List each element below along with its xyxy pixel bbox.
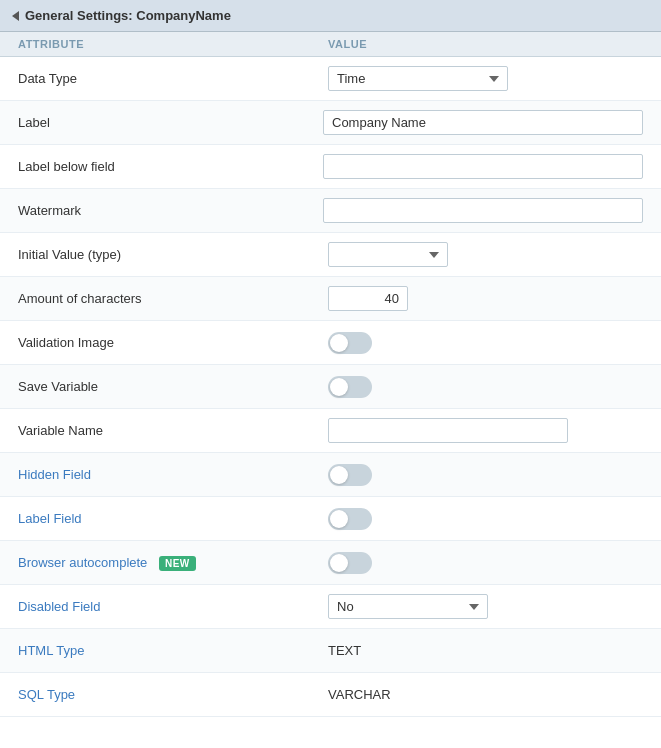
row-data-type: Data Type Time Text Number Date Boolean xyxy=(0,57,661,101)
val-validation-image xyxy=(328,332,643,354)
label-disabled-field: Disabled Field xyxy=(18,599,328,614)
label-hidden-field: Hidden Field xyxy=(18,467,328,482)
row-amount-characters: Amount of characters xyxy=(0,277,661,321)
disabled-field-select[interactable]: No Yes xyxy=(328,594,488,619)
label-label: Label xyxy=(18,115,323,130)
val-sql-type: VARCHAR xyxy=(328,687,643,702)
label-watermark: Watermark xyxy=(18,203,323,218)
row-html-type: HTML Type TEXT xyxy=(0,629,661,673)
sql-type-value: VARCHAR xyxy=(328,687,391,702)
html-type-value: TEXT xyxy=(328,643,361,658)
save-variable-track xyxy=(328,376,372,398)
val-html-type: TEXT xyxy=(328,643,643,658)
val-amount-characters xyxy=(328,286,643,311)
value-col-header: VALUE xyxy=(328,38,643,50)
collapse-triangle-icon xyxy=(12,11,19,21)
data-type-select[interactable]: Time Text Number Date Boolean xyxy=(328,66,508,91)
val-watermark xyxy=(323,198,643,223)
label-input[interactable] xyxy=(323,110,643,135)
row-initial-value: Initial Value (type) Static Dynamic xyxy=(0,233,661,277)
amount-characters-input[interactable] xyxy=(328,286,408,311)
row-label: Label xyxy=(0,101,661,145)
panel: General Settings: CompanyName ATTRIBUTE … xyxy=(0,0,661,717)
label-save-variable: Save Variable xyxy=(18,379,328,394)
column-headers: ATTRIBUTE VALUE xyxy=(0,32,661,57)
validation-image-toggle[interactable] xyxy=(328,332,372,354)
panel-title: General Settings: CompanyName xyxy=(25,8,231,23)
val-data-type: Time Text Number Date Boolean xyxy=(328,66,643,91)
val-label-field xyxy=(328,508,643,530)
label-label-below-field: Label below field xyxy=(18,159,323,174)
hidden-field-track xyxy=(328,464,372,486)
row-label-field: Label Field xyxy=(0,497,661,541)
val-label-below-field xyxy=(323,154,643,179)
val-disabled-field: No Yes xyxy=(328,594,643,619)
save-variable-toggle[interactable] xyxy=(328,376,372,398)
val-label xyxy=(323,110,643,135)
row-sql-type: SQL Type VARCHAR xyxy=(0,673,661,717)
row-save-variable: Save Variable xyxy=(0,365,661,409)
initial-value-select[interactable]: Static Dynamic xyxy=(328,242,448,267)
val-variable-name xyxy=(328,418,643,443)
row-hidden-field: Hidden Field xyxy=(0,453,661,497)
hidden-field-toggle[interactable] xyxy=(328,464,372,486)
watermark-input[interactable] xyxy=(323,198,643,223)
settings-rows: Data Type Time Text Number Date Boolean … xyxy=(0,57,661,717)
label-validation-image: Validation Image xyxy=(18,335,328,350)
label-browser-autocomplete: Browser autocomplete NEW xyxy=(18,555,328,570)
label-field-toggle[interactable] xyxy=(328,508,372,530)
val-save-variable xyxy=(328,376,643,398)
label-field-track xyxy=(328,508,372,530)
label-html-type: HTML Type xyxy=(18,643,328,658)
row-browser-autocomplete: Browser autocomplete NEW xyxy=(0,541,661,585)
browser-autocomplete-track xyxy=(328,552,372,574)
label-initial-value: Initial Value (type) xyxy=(18,247,328,262)
row-disabled-field: Disabled Field No Yes xyxy=(0,585,661,629)
label-below-field-input[interactable] xyxy=(323,154,643,179)
label-sql-type: SQL Type xyxy=(18,687,328,702)
new-badge: NEW xyxy=(159,556,196,571)
attribute-col-header: ATTRIBUTE xyxy=(18,38,328,50)
val-hidden-field xyxy=(328,464,643,486)
variable-name-input[interactable] xyxy=(328,418,568,443)
label-data-type: Data Type xyxy=(18,71,328,86)
validation-image-track xyxy=(328,332,372,354)
row-variable-name: Variable Name xyxy=(0,409,661,453)
val-initial-value: Static Dynamic xyxy=(328,242,643,267)
row-validation-image: Validation Image xyxy=(0,321,661,365)
row-label-below-field: Label below field xyxy=(0,145,661,189)
label-label-field: Label Field xyxy=(18,511,328,526)
panel-header: General Settings: CompanyName xyxy=(0,0,661,32)
label-variable-name: Variable Name xyxy=(18,423,328,438)
val-browser-autocomplete xyxy=(328,552,643,574)
label-amount-characters: Amount of characters xyxy=(18,291,328,306)
row-watermark: Watermark xyxy=(0,189,661,233)
browser-autocomplete-toggle[interactable] xyxy=(328,552,372,574)
